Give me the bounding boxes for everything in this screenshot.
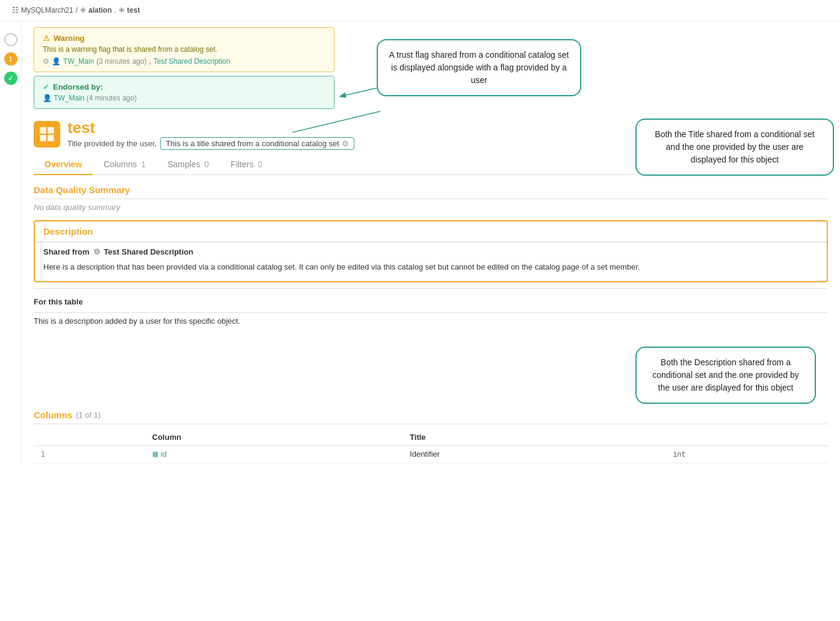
sidebar-badge: 1 <box>4 52 17 66</box>
breadcrumb-db[interactable]: MySQLMarch21 <box>21 6 73 14</box>
svg-rect-3 <box>48 127 54 134</box>
col-title-header: Title <box>403 429 666 446</box>
schema-icon: ⁜ <box>80 6 86 14</box>
object-name-area: test Title provided by the user, This is… <box>67 119 354 150</box>
for-table-divider <box>34 312 828 313</box>
table-icon <box>34 121 60 147</box>
endorsed-flag-banner: ✓ Endorsed by: 👤 TW_Main (4 minutes ago) <box>34 76 335 109</box>
endorsed-user-link[interactable]: TW_Main <box>54 94 84 102</box>
check-icon: ✓ <box>43 82 49 91</box>
left-sidebar: 1 ✓ <box>0 21 22 463</box>
col-col-icon: ▦ <box>152 450 158 458</box>
db-icon: ☷ <box>12 6 19 14</box>
data-quality-section: Data Quality Summary No data quality sum… <box>34 185 828 212</box>
callout-desc-bubble: Both the Description shared from a condi… <box>635 347 816 404</box>
subtitle-user-text: Title provided by the user, <box>67 139 156 148</box>
sidebar-circle <box>4 33 17 46</box>
svg-rect-2 <box>40 127 46 134</box>
tab-filters[interactable]: Filters 0 <box>220 155 273 175</box>
main-content: ⚠ Warning This is a warning flag that is… <box>22 21 840 463</box>
table-grid-icon <box>39 126 55 143</box>
callout-title-bubble: Both the Title shared from a conditional… <box>635 119 834 176</box>
user-desc-divider <box>34 288 828 289</box>
dq-divider <box>34 199 828 199</box>
user-icon: 👤 <box>52 57 61 66</box>
sidebar-check: ✓ <box>4 72 17 85</box>
columns-title: Columns <box>34 410 72 420</box>
col-type-header <box>666 429 828 446</box>
table-row: 1 ▦ id Identifier int <box>34 445 828 463</box>
endorsed-time: (4 minutes ago) <box>87 94 137 102</box>
columns-header: Columns (1 of 1) <box>34 410 828 420</box>
comma: , <box>149 57 151 66</box>
gear-icon: ⚙ <box>43 57 49 66</box>
warning-icon: ⚠ <box>43 34 50 43</box>
object-header: test Title provided by the user, This is… <box>34 119 828 150</box>
subtitle-shared-box: This is a title shared from a conditiona… <box>160 137 354 150</box>
page: ☷ MySQLMarch21 / ⁜ alation . ⁜ test 1 ✓ … <box>0 0 840 621</box>
callout-trust-bubble: A trust flag shared from a conditional c… <box>377 39 581 96</box>
tab-columns-count: 1 <box>141 159 146 169</box>
tab-samples-count: 0 <box>205 159 209 169</box>
description-shared-text: Here is a description that has been prov… <box>35 259 827 281</box>
svg-rect-5 <box>48 135 54 141</box>
tab-samples[interactable]: Samples 0 <box>156 155 220 175</box>
svg-rect-4 <box>40 135 46 141</box>
columns-table-header-row: Column Title <box>34 429 828 446</box>
description-shared-label: Shared from ⚙ Test Shared Description <box>35 243 827 259</box>
flags-and-callout: ⚠ Warning This is a warning flag that is… <box>34 27 828 109</box>
breadcrumb-dot: . <box>114 6 116 14</box>
warning-flag-title: ⚠ Warning <box>43 34 326 43</box>
col-name-cell: ▦ id <box>145 445 403 463</box>
breadcrumb-schema[interactable]: alation <box>88 6 112 14</box>
columns-section: Columns (1 of 1) Column Title <box>34 410 828 463</box>
tab-filters-count: 0 <box>258 159 262 169</box>
col-column-header: Column <box>145 429 403 446</box>
breadcrumb-table[interactable]: test <box>127 6 140 14</box>
col-title-cell: Identifier <box>403 445 666 463</box>
col-type-cell: int <box>666 445 828 463</box>
main-wrapper: 1 ✓ ⚠ Warning This is a warning flag tha… <box>0 21 840 463</box>
user-icon2: 👤 <box>43 94 52 102</box>
col-num-header <box>34 429 145 446</box>
warning-flag-time: (3 minutes ago) <box>96 57 146 66</box>
for-this-table-text: This is a description added by a user fo… <box>34 317 828 332</box>
warning-flag-meta: ⚙ 👤 TW_Main (3 minutes ago) , Test Share… <box>43 57 326 66</box>
for-this-table-label: For this table <box>34 292 828 309</box>
warning-flag-banner: ⚠ Warning This is a warning flag that is… <box>34 27 335 72</box>
endorsed-flag-meta: 👤 TW_Main (4 minutes ago) <box>43 94 326 102</box>
columns-divider <box>34 424 828 424</box>
col-num-cell: 1 <box>34 445 145 463</box>
object-name: test <box>67 119 354 137</box>
endorsed-flag-title: ✓ Endorsed by: <box>43 82 326 91</box>
description-section-wrapper: Description Shared from ⚙ Test Shared De… <box>34 220 828 332</box>
col-id-link[interactable]: ▦ id <box>152 450 395 459</box>
warning-flag-body: This is a warning flag that is shared fr… <box>43 45 326 54</box>
subtitle-gear-icon[interactable]: ⚙ <box>342 139 349 148</box>
table-icon: ⁜ <box>119 6 125 14</box>
warning-flag-user-link[interactable]: TW_Main <box>63 57 94 66</box>
columns-count: (1 of 1) <box>76 410 100 419</box>
columns-table: Column Title 1 ▦ id Identifier int <box>34 429 828 463</box>
data-quality-empty: No data quality summary <box>34 203 828 212</box>
breadcrumb: ☷ MySQLMarch21 / ⁜ alation . ⁜ test <box>0 0 840 21</box>
desc-gear-icon: ⚙ <box>93 247 100 256</box>
description-box: Description Shared from ⚙ Test Shared De… <box>34 220 828 282</box>
warning-flag-desc-link[interactable]: Test Shared Description <box>153 57 230 66</box>
svg-line-0 <box>341 87 380 96</box>
object-title-area: test Title provided by the user, This is… <box>34 119 354 150</box>
tab-overview[interactable]: Overview <box>34 155 93 175</box>
tab-columns[interactable]: Columns 1 <box>93 155 156 175</box>
breadcrumb-sep1: / <box>76 6 78 14</box>
description-box-header: Description <box>35 221 827 242</box>
data-quality-title: Data Quality Summary <box>34 185 828 195</box>
object-subtitle: Title provided by the user, This is a ti… <box>67 137 354 150</box>
